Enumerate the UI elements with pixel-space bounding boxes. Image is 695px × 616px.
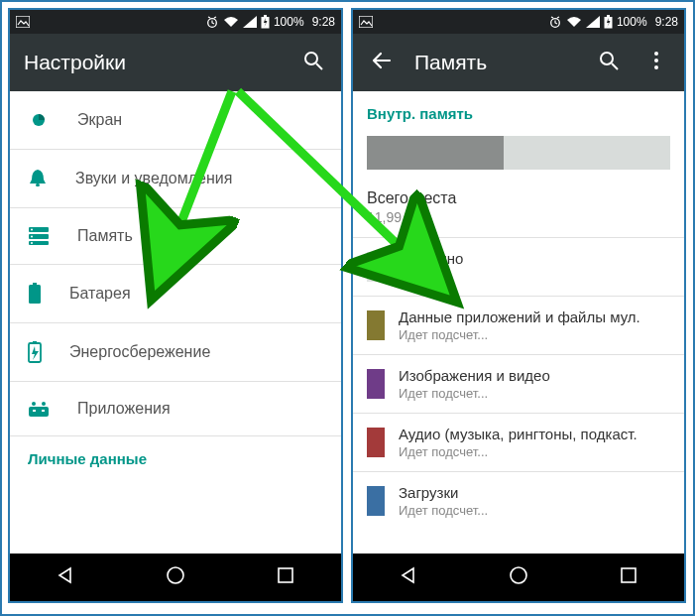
storage-row-title: Загрузки: [399, 484, 488, 501]
image-icon: [359, 16, 373, 28]
more-vert-icon: [653, 51, 659, 74]
wifi-icon: [566, 16, 582, 28]
svg-rect-14: [29, 285, 41, 304]
storage-row-images[interactable]: Изображения и видео Идет подсчет...: [353, 355, 684, 414]
phone-settings: 100% 9:28 Настройки Экран: [8, 8, 343, 603]
section-header-internal: Внутр. память: [353, 91, 684, 130]
storage-row-sub: Идет подсчет...: [399, 503, 488, 518]
signal-icon: [586, 16, 600, 28]
nav-back-button[interactable]: [51, 562, 80, 592]
signal-icon: [243, 16, 257, 28]
search-button[interactable]: [299, 49, 327, 76]
clock: 9:28: [312, 15, 335, 29]
image-icon: [16, 16, 30, 28]
search-button[interactable]: [595, 49, 623, 76]
triangle-back-icon: [399, 565, 418, 589]
storage-row-sub: Идет подсчет...: [399, 444, 637, 459]
nav-recent-button[interactable]: [271, 562, 300, 592]
svg-point-4: [305, 53, 317, 64]
storage-row-title: Данные приложений и файлы мул.: [399, 308, 640, 325]
battery-icon: [28, 283, 42, 305]
storage-row-sub: 6,63 ГБ: [399, 269, 463, 284]
svg-point-30: [654, 59, 658, 62]
settings-item-label: Энергосбережение: [69, 343, 210, 361]
svg-point-18: [42, 402, 46, 406]
settings-item-label: Звуки и уведомления: [75, 170, 232, 187]
overflow-button[interactable]: [642, 49, 670, 76]
storage-row-appdata[interactable]: Данные приложений и файлы мул. Идет подс…: [353, 297, 684, 355]
phone-memory: 100% 9:28 Память Внутр: [351, 8, 686, 603]
storage-total-row[interactable]: Всего места 11,99 ГБ: [353, 185, 684, 238]
battery-percent: 100%: [274, 15, 304, 29]
page-title: Память: [414, 51, 575, 74]
storage-row-available[interactable]: Доступно 6,63 ГБ: [353, 238, 684, 297]
back-button[interactable]: [367, 49, 395, 76]
nav-home-button[interactable]: [504, 562, 533, 592]
storage-row-downloads[interactable]: Загрузки Идет подсчет...: [353, 472, 684, 530]
settings-item-display[interactable]: Экран: [10, 91, 341, 150]
swatch: [367, 486, 385, 516]
storage-used-segment: [367, 136, 504, 170]
settings-item-label: Память: [77, 227, 133, 245]
svg-rect-24: [359, 16, 373, 28]
svg-rect-19: [29, 407, 49, 417]
storage-row-title: Изображения и видео: [399, 367, 550, 384]
nav-home-button[interactable]: [161, 562, 190, 592]
settings-item-energy[interactable]: Энергосбережение: [10, 323, 341, 382]
circle-home-icon: [165, 564, 186, 590]
svg-rect-20: [33, 410, 36, 412]
svg-point-17: [32, 402, 36, 406]
wifi-icon: [223, 16, 239, 28]
svg-point-12: [31, 242, 33, 244]
storage-row-sub: Идет подсчет...: [399, 327, 640, 342]
section-header-personal: Личные данные: [10, 436, 341, 475]
display-icon: [28, 109, 50, 131]
storage-row-audio[interactable]: Аудио (музыка, рингтоны, подкаст. Идет п…: [353, 414, 684, 472]
nav-back-button[interactable]: [394, 562, 423, 592]
settings-item-sound[interactable]: Звуки и уведомления: [10, 150, 341, 208]
triangle-back-icon: [56, 565, 75, 589]
svg-rect-26: [607, 15, 610, 17]
svg-point-32: [511, 567, 526, 583]
apps-icon: [28, 400, 50, 418]
battery-icon: [261, 15, 270, 29]
svg-rect-0: [16, 16, 30, 28]
settings-item-apps[interactable]: Приложения: [10, 382, 341, 436]
alarm-icon: [548, 15, 562, 29]
settings-item-label: Приложения: [77, 400, 171, 418]
storage-row-title: Аудио (музыка, рингтоны, подкаст.: [399, 426, 637, 442]
alarm-icon: [205, 15, 219, 29]
settings-item-label: Экран: [77, 111, 122, 129]
svg-rect-2: [264, 15, 267, 17]
square-recent-icon: [620, 566, 637, 588]
circle-home-icon: [508, 564, 529, 590]
svg-point-22: [168, 567, 183, 583]
svg-point-31: [654, 65, 658, 69]
nav-bar: [10, 554, 341, 601]
storage-usage-bar: [367, 136, 670, 170]
status-bar: 100% 9:28: [353, 10, 684, 34]
app-bar: Настройки: [10, 34, 341, 91]
nav-recent-button[interactable]: [614, 562, 643, 592]
storage-icon: [28, 226, 50, 246]
settings-list: Экран Звуки и уведомления Память Батарея: [10, 91, 341, 554]
svg-point-29: [654, 52, 658, 56]
swatch: [367, 369, 385, 399]
settings-item-battery[interactable]: Батарея: [10, 265, 341, 323]
settings-item-label: Батарея: [69, 285, 131, 303]
battery-percent: 100%: [617, 15, 647, 29]
svg-rect-21: [42, 410, 45, 412]
storage-total-value: 11,99 ГБ: [367, 209, 670, 225]
storage-row-sub: Идет подсчет...: [399, 386, 550, 401]
app-bar: Память: [353, 34, 684, 91]
swatch: [367, 310, 385, 340]
swatch: [367, 252, 385, 282]
memory-panel: Внутр. память Всего места 11,99 ГБ Досту…: [353, 91, 684, 554]
bell-icon: [28, 168, 48, 189]
energy-icon: [28, 341, 42, 363]
nav-bar: [353, 554, 684, 601]
clock: 9:28: [655, 15, 678, 29]
square-recent-icon: [277, 566, 294, 588]
settings-item-memory[interactable]: Память: [10, 208, 341, 265]
storage-row-title: Доступно: [399, 250, 463, 267]
